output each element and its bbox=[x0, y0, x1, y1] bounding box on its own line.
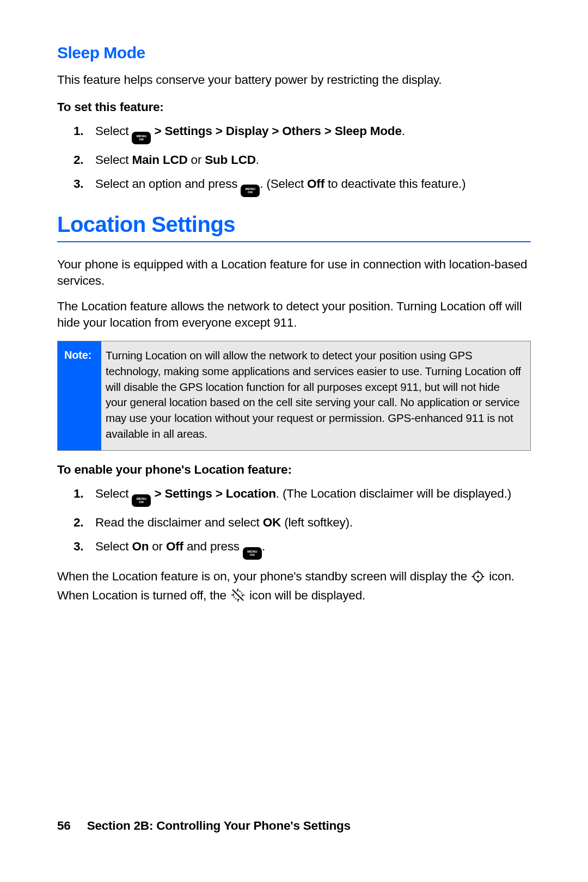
step-bold: Off bbox=[307, 177, 324, 191]
step-text: to deactivate this feature.) bbox=[324, 177, 465, 191]
location-steps: 1. Select MENUOK > Settings > Location. … bbox=[57, 486, 531, 559]
step-number: 1. bbox=[74, 123, 83, 139]
sleep-step-1: 1. Select MENUOK > Settings > Display > … bbox=[57, 123, 531, 144]
step-text: Select an option and press bbox=[95, 177, 241, 191]
step-bold: Sub LCD bbox=[205, 153, 256, 167]
page-footer: 56Section 2B: Controlling Your Phone's S… bbox=[57, 819, 351, 833]
section-label: Section 2B: Controlling Your Phone's Set… bbox=[87, 819, 351, 832]
step-text: Select bbox=[95, 487, 132, 500]
note-text: Turning Location on will allow the netwo… bbox=[101, 341, 530, 450]
step-text: Select bbox=[95, 540, 132, 553]
manual-page: Sleep Mode This feature helps conserve y… bbox=[0, 0, 588, 607]
step-text: or bbox=[149, 540, 166, 553]
note-box: Note: Turning Location on will allow the… bbox=[57, 341, 531, 451]
step-bold: Main LCD bbox=[132, 153, 187, 167]
step-number: 3. bbox=[74, 176, 83, 192]
sleep-step-2: 2. Select Main LCD or Sub LCD. bbox=[57, 152, 531, 168]
svg-point-1 bbox=[477, 575, 479, 578]
step-bold: Off bbox=[166, 540, 183, 553]
step-text: . (Select bbox=[260, 177, 307, 191]
menu-ok-key-icon: MENUOK bbox=[132, 494, 151, 507]
step-text: Select bbox=[95, 124, 132, 138]
step-text: . (The Location disclaimer will be displ… bbox=[276, 487, 511, 500]
step-number: 2. bbox=[74, 514, 83, 531]
location-subheading: To enable your phone's Location feature: bbox=[57, 463, 531, 477]
location-step-3: 3. Select On or Off and press MENUOK. bbox=[57, 538, 531, 560]
step-text: Select bbox=[95, 153, 132, 167]
location-trailer: When the Location feature is on, your ph… bbox=[57, 568, 531, 607]
location-p2: The Location feature allows the network … bbox=[57, 298, 531, 332]
step-text: and press bbox=[183, 540, 243, 553]
menu-ok-key-icon: MENUOK bbox=[243, 547, 262, 560]
location-off-icon bbox=[231, 588, 245, 607]
step-text: . bbox=[402, 124, 405, 138]
step-text: . bbox=[262, 540, 265, 553]
step-text: . bbox=[256, 153, 259, 167]
location-p1: Your phone is equipped with a Location f… bbox=[57, 256, 531, 290]
sleep-intro: This feature helps conserve your battery… bbox=[57, 72, 531, 88]
sleep-step-3: 3. Select an option and press MENUOK. (S… bbox=[57, 176, 531, 197]
menu-ok-key-icon: MENUOK bbox=[241, 185, 260, 197]
step-bold: On bbox=[132, 540, 149, 553]
trailer-text: When the Location feature is on, your ph… bbox=[57, 569, 470, 583]
page-number: 56 bbox=[57, 819, 71, 832]
location-step-1: 1. Select MENUOK > Settings > Location. … bbox=[57, 486, 531, 507]
step-text: or bbox=[188, 153, 205, 167]
step-path: > Settings > Display > Others > Sleep Mo… bbox=[151, 124, 401, 138]
sleep-subheading: To set this feature: bbox=[57, 100, 531, 114]
step-path: > Settings > Location bbox=[151, 487, 275, 500]
menu-ok-key-icon: MENUOK bbox=[132, 132, 151, 144]
heading-sleep-mode: Sleep Mode bbox=[57, 44, 531, 62]
step-text: (left softkey). bbox=[281, 516, 353, 529]
trailer-text: icon will be displayed. bbox=[249, 589, 365, 602]
step-number: 2. bbox=[74, 152, 83, 168]
step-number: 1. bbox=[74, 486, 83, 502]
location-step-2: 2. Read the disclaimer and select OK (le… bbox=[57, 514, 531, 531]
location-on-icon bbox=[471, 570, 485, 587]
heading-location-settings: Location Settings bbox=[57, 212, 531, 242]
step-bold: OK bbox=[263, 516, 281, 529]
step-text: Read the disclaimer and select bbox=[95, 516, 263, 529]
sleep-steps: 1. Select MENUOK > Settings > Display > … bbox=[57, 123, 531, 197]
note-label: Note: bbox=[58, 341, 101, 450]
step-number: 3. bbox=[74, 538, 83, 555]
